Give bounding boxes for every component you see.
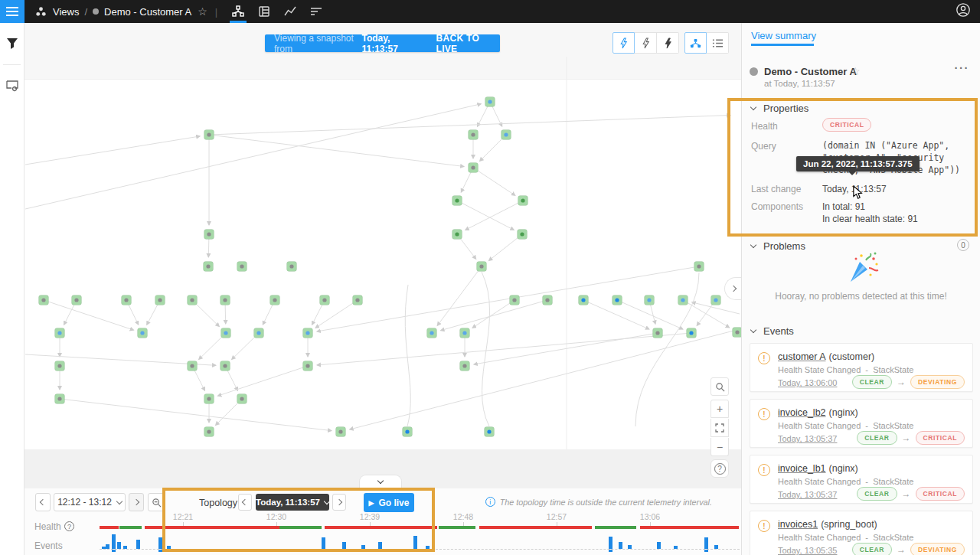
section-header-problems[interactable]: Problems bbox=[751, 240, 805, 252]
zoom-out-button[interactable]: − bbox=[710, 438, 729, 456]
event-component-link[interactable]: customer A bbox=[778, 351, 826, 362]
panel-view-name: Demo - Customer A bbox=[764, 66, 857, 77]
event-card[interactable]: ! invoice_lb2(nginx) Health State Change… bbox=[750, 399, 973, 448]
breadcrumb-views[interactable]: Views bbox=[53, 6, 79, 18]
account-avatar-icon[interactable] bbox=[956, 2, 971, 21]
event-histogram-bar bbox=[657, 542, 661, 549]
section-header-events[interactable]: Events bbox=[751, 325, 794, 337]
event-histogram-bar-stub bbox=[112, 550, 116, 552]
components-clear: In clear health state: 91 bbox=[822, 214, 918, 224]
event-timestamp-link[interactable]: Today, 13:06:00 bbox=[778, 378, 837, 387]
time-tooltip: Jun 22, 2022, 11:13:57.375 bbox=[796, 156, 920, 171]
event-histogram-bar bbox=[413, 536, 417, 549]
event-histogram-bar bbox=[123, 546, 127, 549]
zoom-in-button[interactable]: + bbox=[710, 400, 729, 418]
range-prev-button[interactable] bbox=[35, 493, 51, 511]
nav-traces-icon[interactable] bbox=[305, 0, 327, 23]
nav-table-view-icon[interactable] bbox=[253, 0, 275, 23]
snapshot-time: Today, 11:13:57 bbox=[361, 33, 416, 54]
favorite-star-icon[interactable]: ☆ bbox=[198, 5, 207, 18]
topology-mode-button[interactable] bbox=[684, 32, 707, 54]
topology-node-icon bbox=[520, 232, 524, 236]
tab-view-summary[interactable]: View summary bbox=[751, 30, 816, 41]
topology-node-icon bbox=[74, 298, 78, 302]
health-help-icon[interactable]: ? bbox=[64, 521, 74, 531]
menu-hamburger-icon[interactable] bbox=[0, 0, 24, 23]
app-logo[interactable] bbox=[35, 6, 47, 18]
topology-node-icon bbox=[57, 364, 61, 367]
topology-node-icon bbox=[223, 298, 227, 302]
back-to-live-button[interactable]: BACK TO LIVE bbox=[436, 33, 491, 54]
event-warning-icon: ! bbox=[758, 464, 770, 476]
range-next-button[interactable] bbox=[129, 493, 144, 511]
problems-filter-button[interactable] bbox=[612, 32, 635, 54]
help-button[interactable]: ? bbox=[710, 459, 729, 478]
topology-edge-long bbox=[25, 136, 200, 165]
search-zoom-icon[interactable] bbox=[710, 377, 729, 396]
topology-time-next-button[interactable] bbox=[332, 494, 346, 511]
event-histogram-bar bbox=[628, 545, 632, 549]
topology-edge-curve bbox=[405, 285, 410, 426]
event-meta: Health State Changed - StackState bbox=[778, 421, 913, 430]
topology-node-icon bbox=[322, 298, 326, 302]
view-settings-icon[interactable] bbox=[0, 65, 24, 106]
timeline-zoom-out-button[interactable] bbox=[148, 493, 165, 511]
view-summary-panel: View summary Demo - Customer A ☆ ··· at … bbox=[741, 23, 980, 555]
event-histogram-bar bbox=[714, 545, 718, 549]
events-solid-filter-button[interactable] bbox=[657, 32, 679, 54]
event-timestamp-link[interactable]: Today, 13:05:35 bbox=[778, 546, 837, 555]
topology-node-icon bbox=[615, 298, 619, 302]
time-tick-label: 12:30 bbox=[266, 512, 286, 521]
event-component-link[interactable]: invoice_lb2 bbox=[778, 407, 826, 418]
event-state-transition: CLEAR→DEVIATING bbox=[852, 543, 965, 555]
event-histogram-bar bbox=[674, 546, 678, 549]
panel-view-subtitle: at Today, 11:13:57 bbox=[764, 79, 835, 88]
timeline-collapse-tab[interactable] bbox=[359, 475, 402, 488]
topology-time-select[interactable]: Today, 11:13:57 bbox=[256, 494, 329, 511]
expand-panel-flap[interactable] bbox=[724, 277, 741, 300]
health-bar-segment bbox=[325, 526, 437, 529]
topology-edge-long bbox=[25, 104, 481, 209]
panel-overflow-menu[interactable]: ··· bbox=[955, 61, 970, 74]
go-live-button[interactable]: ▶ Go live bbox=[364, 493, 414, 512]
topology-node-icon bbox=[714, 298, 717, 302]
event-component-link[interactable]: invoice_lb1 bbox=[778, 463, 826, 474]
event-timestamp-link[interactable]: Today, 13:05:37 bbox=[778, 490, 837, 499]
health-bar-segment bbox=[479, 526, 592, 529]
topology-edge bbox=[457, 201, 514, 230]
topology-node-icon bbox=[462, 364, 466, 367]
topology-time-prev-button[interactable] bbox=[238, 494, 252, 511]
section-header-properties[interactable]: Properties bbox=[751, 103, 808, 114]
telemetry-range-select[interactable]: 12:12 - 13:12 bbox=[54, 493, 126, 511]
topology-node-icon bbox=[338, 429, 342, 433]
list-mode-button[interactable] bbox=[707, 32, 729, 54]
event-filter-button-group bbox=[612, 32, 679, 54]
topology-node-icon bbox=[41, 298, 45, 302]
go-live-label: Go live bbox=[378, 498, 409, 508]
topology-node-icon bbox=[256, 331, 260, 335]
topology-node-icon bbox=[57, 331, 61, 335]
event-component-link[interactable]: invoices1 bbox=[778, 519, 818, 530]
events-outline-filter-button[interactable] bbox=[635, 32, 657, 54]
event-card[interactable]: ! customer A(customer) Health State Chan… bbox=[750, 343, 973, 392]
topology-node-icon bbox=[124, 298, 128, 302]
event-card[interactable]: ! invoices1(spring_boot) Health State Ch… bbox=[750, 511, 973, 555]
event-histogram-bar-stub bbox=[704, 550, 708, 552]
fit-to-screen-button[interactable] bbox=[710, 419, 729, 437]
topology-node-icon bbox=[430, 331, 433, 335]
event-state-transition: CLEAR→CRITICAL bbox=[857, 431, 965, 445]
filter-icon[interactable] bbox=[0, 23, 24, 64]
nav-telemetry-chart-icon[interactable] bbox=[279, 0, 301, 23]
topology-graph[interactable] bbox=[24, 23, 741, 449]
topology-edge bbox=[217, 366, 308, 396]
event-state-transition: CLEAR→DEVIATING bbox=[852, 375, 965, 389]
event-histogram-bar bbox=[361, 545, 365, 549]
nav-topology-view-icon[interactable] bbox=[227, 0, 249, 23]
event-timestamp-link[interactable]: Today, 13:05:37 bbox=[778, 434, 837, 443]
panel-favorite-star-icon[interactable]: ☆ bbox=[851, 65, 861, 77]
event-card[interactable]: ! invoice_lb1(nginx) Health State Change… bbox=[750, 455, 973, 504]
info-icon: i bbox=[485, 497, 495, 507]
topology-canvas[interactable] bbox=[24, 23, 741, 449]
topology-node-icon bbox=[504, 132, 508, 136]
view-mode-button-group bbox=[684, 32, 729, 54]
